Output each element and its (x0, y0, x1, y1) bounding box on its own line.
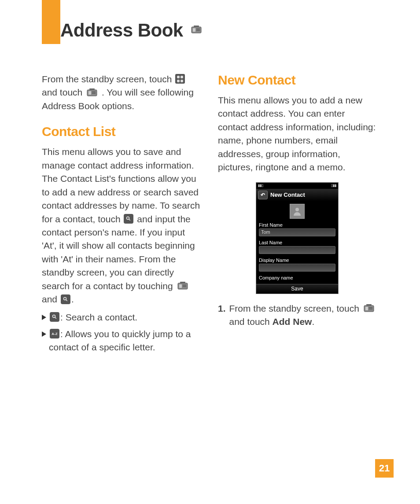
step-1: 1. From the standby screen, touch and to… (218, 302, 376, 329)
step-text-b: and touch (229, 316, 270, 327)
search-icon (61, 294, 70, 304)
step-text-a: From the standby screen, touch (229, 303, 359, 313)
search-icon (50, 312, 59, 322)
svg-rect-1 (193, 28, 195, 32)
intro-text-2: and touch (42, 87, 82, 97)
svg-point-10 (127, 217, 129, 219)
battery-icon: ▯▮▮ (331, 184, 336, 188)
phone-field-last-name: Last Name (256, 239, 338, 257)
back-button-icon: ↶ (258, 191, 268, 199)
search-icon (124, 214, 133, 224)
step-number: 1. (218, 302, 226, 329)
svg-point-19 (53, 315, 55, 318)
svg-rect-24 (369, 307, 372, 308)
page-title: Address Book (60, 20, 203, 41)
field-label: Last Name (259, 240, 335, 245)
step-text-c: . (312, 316, 314, 327)
svg-point-21 (295, 208, 299, 211)
field-label: Company name (259, 275, 335, 280)
svg-rect-13 (179, 284, 182, 288)
svg-line-20 (55, 317, 56, 319)
svg-rect-3 (196, 30, 200, 31)
new-contact-body: This menu allows you to add a new contac… (218, 94, 376, 174)
field-label: First Name (259, 222, 335, 228)
svg-rect-25 (369, 309, 372, 309)
triangle-bullet-icon (42, 315, 46, 320)
svg-rect-26 (366, 304, 372, 305)
signal-icon: ▮▮▯ (258, 184, 263, 188)
svg-line-18 (66, 299, 67, 301)
az-jump-icon: A-Z (50, 329, 59, 338)
phone-screenshot: ▮▮▯ ▯▮▮ ↶ New Contact First Name Tom Las… (256, 182, 339, 294)
svg-rect-6 (88, 91, 91, 95)
page-title-text: Address Book (60, 20, 183, 41)
svg-rect-2 (196, 29, 200, 29)
phone-header-title: New Contact (270, 191, 305, 198)
contact-list-text-2: and input the contact person's name. If … (42, 214, 195, 291)
heading-contact-list: Contact List (42, 124, 200, 139)
phone-field-first-name: First Name Tom (256, 221, 338, 239)
field-label: Display Name (259, 258, 335, 263)
address-book-icon (190, 25, 203, 34)
intro-paragraph: From the standby screen, touch and touch… (42, 73, 200, 113)
intro-text-1: From the standby screen, touch (42, 74, 172, 84)
save-button: Save (256, 284, 338, 294)
step-text-bold: Add New (273, 316, 312, 327)
svg-rect-7 (92, 92, 96, 92)
address-book-icon (363, 303, 375, 313)
last-name-input (259, 246, 335, 254)
bullet-list: : Search a contact. A-Z: Allows you to q… (42, 311, 200, 354)
phone-field-company-name: Company name (256, 274, 338, 284)
left-column: From the standby screen, touch and touch… (42, 73, 200, 358)
phone-header: ↶ New Contact (256, 189, 338, 201)
heading-new-contact: New Contact (218, 73, 376, 88)
phone-status-bar: ▮▮▯ ▯▮▮ (256, 183, 338, 189)
svg-rect-14 (183, 285, 186, 286)
display-name-input (259, 264, 335, 272)
svg-rect-15 (183, 286, 186, 287)
triangle-bullet-icon (42, 331, 46, 337)
bullet-item: : Search a contact. (42, 311, 200, 324)
svg-line-11 (129, 219, 130, 221)
header-accent-bar (42, 0, 60, 44)
first-name-input: Tom (259, 228, 335, 236)
bullet-text: : Search a contact. (60, 312, 137, 322)
content-columns: From the standby screen, touch and touch… (42, 73, 376, 358)
svg-rect-16 (180, 282, 185, 283)
contact-list-body: This menu allows you to save and manage … (42, 145, 200, 306)
svg-rect-23 (365, 307, 368, 310)
bullet-item: A-Z: Allows you to quickly jump to a con… (42, 327, 200, 354)
avatar-placeholder-icon (290, 204, 305, 219)
contact-list-text-3: and (42, 294, 57, 304)
menu-grid-icon (175, 74, 185, 84)
phone-field-display-name: Display Name (256, 257, 338, 274)
svg-point-17 (63, 297, 66, 300)
contact-list-text-1: This menu allows you to save and manage … (42, 147, 200, 224)
svg-rect-9 (89, 88, 95, 90)
page-number: 21 (375, 459, 394, 478)
right-column: New Contact This menu allows you to add … (218, 73, 376, 358)
contact-list-text-4: . (71, 294, 74, 304)
address-book-icon (86, 88, 98, 97)
bullet-text: : Allows you to quickly jump to a contac… (49, 329, 191, 352)
svg-rect-4 (194, 26, 199, 27)
address-book-icon (177, 281, 189, 291)
svg-rect-8 (92, 93, 96, 94)
